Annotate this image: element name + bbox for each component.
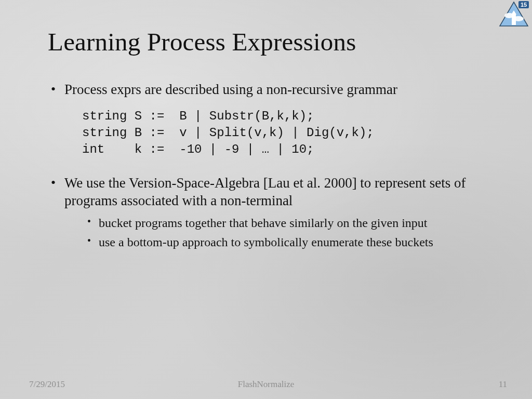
footer-label: FlashNormalize [0, 379, 532, 390]
slide: 15 Learning Process Expressions Process … [0, 0, 532, 399]
slide-title: Learning Process Expressions [48, 27, 356, 57]
bullet-item: Process exprs are described using a non-… [50, 81, 486, 158]
svg-rect-3 [512, 14, 516, 25]
bullet-text: We use the Version-Space-Algebra [Lau et… [64, 175, 466, 209]
bullet-text: Process exprs are described using a non-… [64, 82, 397, 97]
bullet-item: We use the Version-Space-Algebra [Lau et… [50, 174, 486, 250]
sub-bullet-item: bucket programs together that behave sim… [87, 215, 486, 231]
grammar-code-block: string S := B | Substr(B,k,k); string B … [82, 108, 486, 158]
conference-logo: 15 [499, 1, 529, 27]
footer-page: 11 [499, 379, 507, 390]
sub-bullet-item: use a bottom-up approach to symbolically… [87, 234, 486, 250]
slide-body: Process exprs are described using a non-… [50, 81, 486, 259]
logo-badge-text: 15 [521, 2, 527, 8]
